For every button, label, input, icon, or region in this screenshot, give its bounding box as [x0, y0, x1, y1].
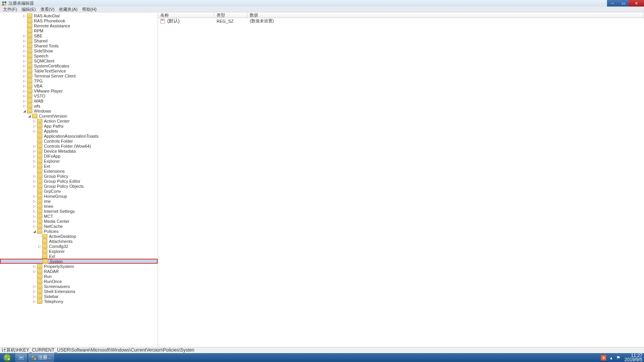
expand-icon[interactable]: ▷	[32, 144, 36, 148]
expand-icon[interactable]: ▷	[32, 264, 36, 268]
tree-node[interactable]: ▷Shared	[0, 38, 158, 43]
tree-node[interactable]: ▷MCT	[0, 214, 158, 219]
maximize-button[interactable]: ▭	[618, 0, 629, 7]
tree-node[interactable]: Controls Folder	[0, 138, 158, 143]
tree-node[interactable]: ▷wfs	[0, 103, 158, 108]
start-button[interactable]	[0, 353, 15, 362]
expand-icon[interactable]: ▷	[32, 174, 36, 178]
tree-node[interactable]: ApplicationAssociationToasts	[0, 133, 158, 138]
menu-file[interactable]: 文件(F)	[1, 7, 19, 12]
expand-icon[interactable]: ▷	[32, 154, 36, 158]
tree-node[interactable]: ▷PropertySystem	[0, 264, 158, 269]
tree-node[interactable]: ▷VBA	[0, 83, 158, 88]
expand-icon[interactable]	[37, 254, 41, 258]
tree-node[interactable]: ▷Shared Tools	[0, 43, 158, 48]
tree-node[interactable]: Run	[0, 274, 158, 279]
expand-icon[interactable]	[32, 274, 36, 278]
tree-node[interactable]: ▷TPG	[0, 78, 158, 83]
col-header-name[interactable]: 名称	[158, 12, 214, 18]
expand-icon[interactable]: ▷	[37, 244, 41, 248]
expand-icon[interactable]: ▷	[32, 164, 36, 168]
tree-node[interactable]: ▷Telephony	[0, 299, 158, 304]
tree-node[interactable]: ▷HomeGroup	[0, 194, 158, 199]
list-row[interactable]: (默认)REG_SZ(数值未设置)	[158, 18, 644, 24]
expand-icon[interactable]: ◢	[32, 229, 36, 233]
expand-icon[interactable]: ◢	[27, 114, 31, 118]
expand-icon[interactable]	[32, 279, 36, 283]
tree-node[interactable]: ▷SideShow	[0, 48, 158, 53]
tree-node[interactable]: ▷SBE	[0, 33, 158, 38]
expand-icon[interactable]: ▷	[22, 34, 26, 38]
expand-icon[interactable]: ▷	[22, 44, 26, 48]
taskbar-app-regedit[interactable]: 注册...	[29, 354, 54, 362]
tree-node[interactable]: ▷Device Metadata	[0, 148, 158, 153]
expand-icon[interactable]	[37, 234, 41, 238]
tree-node[interactable]: ▷Group Policy Objects	[0, 184, 158, 189]
list-panel[interactable]: 名称 类型 数据 (默认)REG_SZ(数值未设置)	[158, 12, 644, 347]
expand-icon[interactable]: ▷	[22, 89, 26, 93]
tree-node[interactable]: ▷Terminal Server Client	[0, 73, 158, 78]
tree-node[interactable]: RAS Phonebook	[0, 18, 158, 23]
tree-node[interactable]: ▷Sidebar	[0, 294, 158, 299]
expand-icon[interactable]: ▷	[22, 94, 26, 98]
menu-help[interactable]: 帮助(H)	[80, 7, 99, 12]
menu-view[interactable]: 查看(V)	[38, 7, 57, 12]
tree-node[interactable]: ▷SystemCertificates	[0, 63, 158, 68]
expand-icon[interactable]: ▷	[22, 79, 26, 83]
tree-node[interactable]: RPM	[0, 28, 158, 33]
expand-icon[interactable]: ▷	[22, 64, 26, 68]
tree-node[interactable]: ▷DIFxApp	[0, 153, 158, 158]
tree-node[interactable]: ▷Screensavers	[0, 284, 158, 289]
tree-node[interactable]: ◢CurrentVersion	[0, 113, 158, 118]
tree-node[interactable]: ▷SQMClient	[0, 58, 158, 63]
tray-arrow-icon[interactable]: ▴	[610, 355, 612, 360]
expand-icon[interactable]: ▷	[32, 184, 36, 188]
expand-icon[interactable]: ▷	[32, 194, 36, 198]
taskbar-app-icon[interactable]	[15, 354, 27, 362]
expand-icon[interactable]: ▷	[22, 104, 26, 108]
menu-edit[interactable]: 编辑(E)	[19, 7, 38, 12]
tray-clock[interactable]: 11:27 2019/9/5	[624, 354, 642, 362]
tree-node[interactable]: ActiveDesktop	[0, 234, 158, 239]
tree-node[interactable]: ▷VMware Player	[0, 88, 158, 93]
tree-node[interactable]: ▷Controls Folder (Wow64)	[0, 143, 158, 148]
tree-node[interactable]: ▷RAS AutoDial	[0, 13, 158, 18]
expand-icon[interactable]: ▷	[22, 54, 26, 58]
expand-icon[interactable]: ▷	[32, 119, 36, 123]
tree-node[interactable]: RunOnce	[0, 279, 158, 284]
tree-node[interactable]: ▷App Paths	[0, 123, 158, 128]
expand-icon[interactable]: ▷	[32, 159, 36, 163]
close-button[interactable]: ✕	[629, 0, 644, 7]
expand-icon[interactable]: ▷	[32, 224, 36, 228]
expand-icon[interactable]	[37, 239, 41, 243]
tree-node[interactable]: ◢Policies	[0, 229, 158, 234]
expand-icon[interactable]: ▷	[32, 124, 36, 128]
tree-node[interactable]: ▷Group Policy	[0, 173, 158, 178]
tree-node[interactable]: GrpConv	[0, 189, 158, 194]
expand-icon[interactable]: ▷	[22, 14, 26, 18]
tree-node[interactable]: ▷Applets	[0, 128, 158, 133]
expand-icon[interactable]	[38, 259, 42, 263]
expand-icon[interactable]: ▷	[32, 204, 36, 208]
expand-icon[interactable]: ▷	[32, 300, 36, 303]
tree-node[interactable]: ▷ime	[0, 199, 158, 204]
expand-icon[interactable]: ◢	[22, 109, 26, 113]
tree-node[interactable]: ◢Windows	[0, 108, 158, 113]
tree-node[interactable]: ▷VSTO	[0, 93, 158, 98]
tree-node[interactable]: Explorer	[0, 249, 158, 254]
expand-icon[interactable]: ▷	[22, 69, 26, 73]
tree-node[interactable]: ▷Speech	[0, 53, 158, 58]
expand-icon[interactable]	[22, 24, 26, 28]
expand-icon[interactable]	[22, 29, 26, 33]
col-header-type[interactable]: 类型	[214, 12, 247, 18]
tree-node[interactable]: ▷Action Center	[0, 118, 158, 123]
tray-flag-icon[interactable]: ⚑	[616, 355, 620, 360]
expand-icon[interactable]: ▷	[32, 219, 36, 223]
minimize-button[interactable]: ─	[607, 0, 618, 7]
tree-node[interactable]: ▷NetCache	[0, 224, 158, 229]
expand-icon[interactable]: ▷	[22, 74, 26, 78]
tray-sogou-icon[interactable]: S	[601, 355, 606, 360]
tree-node[interactable]: Ext	[0, 254, 158, 259]
tree-node[interactable]: Extensions	[0, 168, 158, 173]
expand-icon[interactable]: ▷	[32, 129, 36, 133]
